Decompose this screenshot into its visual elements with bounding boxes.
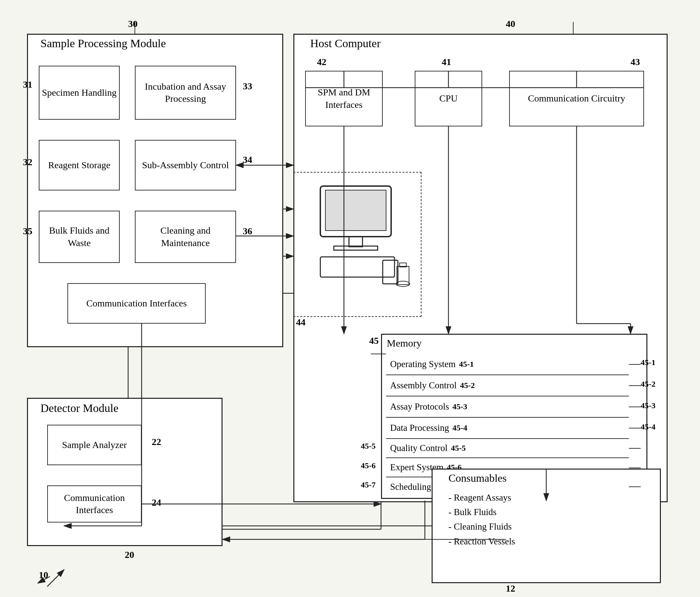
ref-41: 41 bbox=[442, 57, 451, 68]
ref-45-1-right: 45-1 bbox=[641, 358, 655, 367]
ref-45: 45 bbox=[369, 335, 379, 346]
memory-row-assembly: Assembly Control 45-2 bbox=[386, 375, 629, 396]
incubation-box: Incubation and Assay Processing bbox=[135, 66, 236, 120]
ref-34: 34 bbox=[243, 154, 252, 165]
ref-12: 12 bbox=[506, 583, 515, 594]
consumable-item-1: - Reagent Assays bbox=[448, 491, 515, 505]
ref-31: 31 bbox=[23, 79, 32, 90]
ref-22: 22 bbox=[152, 437, 161, 447]
ref-36: 36 bbox=[243, 226, 252, 237]
assay-label: Assay Protocols bbox=[390, 401, 449, 413]
ref-45-4: 45-4 bbox=[452, 423, 467, 433]
os-label: Operating System bbox=[390, 358, 455, 370]
memory-row-assay: Assay Protocols 45-3 bbox=[386, 396, 629, 418]
ref-20: 20 bbox=[125, 549, 134, 560]
svg-rect-31 bbox=[383, 260, 398, 284]
terminal-illustration bbox=[300, 179, 415, 297]
ref-24: 24 bbox=[152, 497, 161, 508]
detector-title: Detector Module bbox=[41, 402, 118, 415]
detector-comm-box: Communication Interfaces bbox=[47, 486, 142, 522]
ref-45-5: 45-5 bbox=[451, 443, 466, 453]
spm-dm-box: SPM and DM Interfaces bbox=[305, 71, 383, 126]
ref-45-7-left: 45-7 bbox=[361, 481, 376, 490]
ref-30: 30 bbox=[128, 19, 138, 29]
memory-row-qc: Quality Control 45-5 bbox=[386, 439, 629, 458]
consumables-items: - Reagent Assays - Bulk Fluids - Cleanin… bbox=[448, 491, 515, 549]
memory-title: Memory bbox=[387, 337, 422, 349]
ref-43: 43 bbox=[630, 57, 640, 68]
svg-rect-27 bbox=[325, 190, 386, 231]
ref-45-5-left: 45-5 bbox=[361, 442, 376, 451]
detector-box bbox=[27, 398, 223, 546]
ref-32: 32 bbox=[23, 157, 32, 167]
ref-35: 35 bbox=[23, 226, 32, 237]
data-label: Data Processing bbox=[390, 422, 449, 434]
svg-rect-28 bbox=[349, 237, 362, 247]
ref-45-3: 45-3 bbox=[452, 401, 467, 412]
ref-33: 33 bbox=[243, 81, 252, 92]
consumable-item-2: - Bulk Fluids bbox=[448, 505, 515, 519]
subassembly-box: Sub-Assembly Control bbox=[135, 140, 236, 190]
consumable-item-4: - Reaction Vessels bbox=[448, 534, 515, 549]
bulk-fluids-box: Bulk Fluids and Waste bbox=[39, 211, 120, 263]
sample-analyzer-box: Sample Analyzer bbox=[47, 425, 142, 465]
svg-line-35 bbox=[47, 570, 64, 587]
ref-42: 42 bbox=[317, 57, 326, 68]
ref-45-6-left: 45-6 bbox=[361, 461, 376, 470]
spm-comm-box: Communication Interfaces bbox=[68, 283, 206, 323]
specimen-handling-box: Specimen Handling bbox=[39, 66, 120, 120]
ref-40: 40 bbox=[506, 19, 515, 29]
consumable-item-3: - Cleaning Fluids bbox=[448, 519, 515, 534]
comm-circuitry-box: Communication Circuitry bbox=[509, 71, 644, 126]
terminal-dashed-box bbox=[293, 172, 422, 317]
cpu-box: CPU bbox=[415, 71, 482, 126]
assembly-label: Assembly Control bbox=[390, 380, 456, 391]
scheduling-label: Scheduling bbox=[390, 481, 431, 493]
qc-label: Quality Control bbox=[390, 442, 447, 454]
ref10-arrow bbox=[27, 563, 68, 590]
ref-45-2: 45-2 bbox=[460, 380, 475, 391]
ref-44: 44 bbox=[296, 317, 305, 328]
consumables-title: Consumables bbox=[448, 472, 506, 485]
memory-row-os: Operating System 45-1 bbox=[386, 354, 629, 375]
spm-title: Sample Processing Module bbox=[41, 37, 166, 50]
host-title: Host Computer bbox=[310, 37, 381, 50]
ref-45-2-right: 45-2 bbox=[641, 380, 655, 389]
memory-row-data: Data Processing 45-4 bbox=[386, 418, 629, 439]
cleaning-box: Cleaning and Maintenance bbox=[135, 211, 236, 263]
ref-45-1: 45-1 bbox=[459, 359, 474, 369]
reagent-storage-box: Reagent Storage bbox=[39, 140, 120, 190]
ref-45-3-right: 45-3 bbox=[641, 401, 655, 410]
ref-45-4-right: 45-4 bbox=[641, 422, 655, 432]
svg-point-32 bbox=[396, 281, 410, 287]
diagram-container: 10 Sample Processing Module 30 31 32 35 … bbox=[0, 0, 700, 597]
